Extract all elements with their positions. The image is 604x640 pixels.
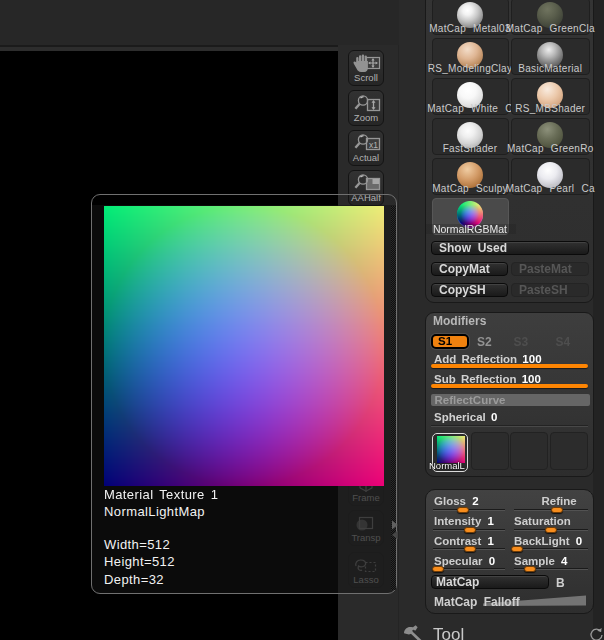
svg-text:x1: x1: [369, 140, 378, 150]
